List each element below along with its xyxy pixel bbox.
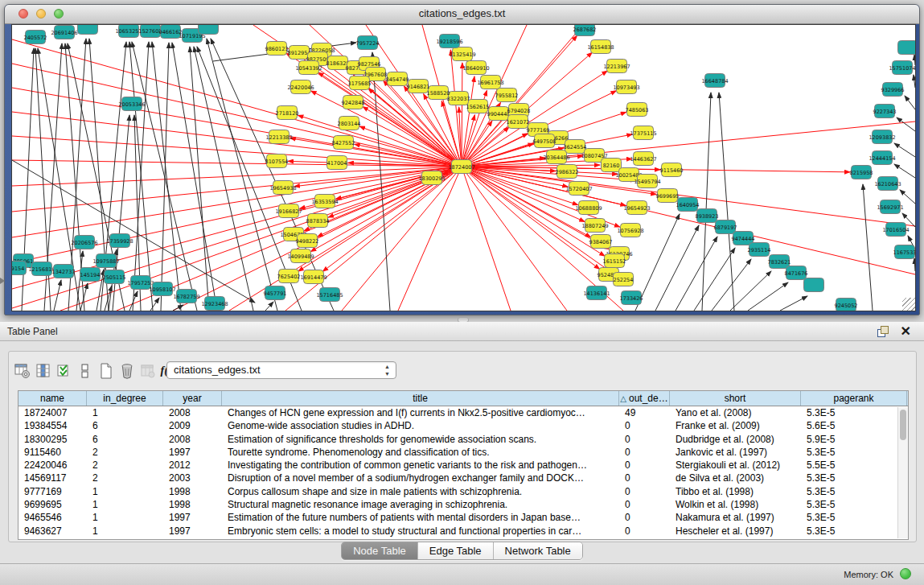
graph-node[interactable]: 20364486 — [543, 150, 569, 164]
graph-node[interactable]: 18724007 — [448, 160, 474, 174]
table-row[interactable]: 946554611997Estimation of the future num… — [18, 511, 908, 524]
graph-node[interactable]: 22420046 — [287, 80, 314, 94]
graph-node[interactable]: 17016504 — [882, 223, 909, 237]
graph-node[interactable]: 9146821 — [407, 80, 430, 93]
graph-node[interactable]: 15720407 — [565, 182, 592, 196]
graph-node[interactable]: 2405572 — [24, 31, 47, 44]
graph-node[interactable]: 9242848 — [342, 96, 365, 109]
graph-node[interactable]: 10688809 — [575, 201, 602, 215]
graph-node[interactable]: 19654923 — [623, 201, 650, 215]
graph-node[interactable]: 10756928 — [617, 224, 643, 237]
close-panel-icon[interactable]: ✕ — [901, 323, 911, 340]
graph-node[interactable]: 12213383 — [265, 130, 292, 144]
graph-node[interactable]: 10958107 — [149, 282, 175, 296]
graph-node[interactable]: 10973493 — [613, 80, 639, 94]
graph-node[interactable]: 15716485 — [316, 288, 343, 302]
graph-node[interactable]: 82160 — [602, 159, 622, 172]
table-row[interactable]: 2242004622012Investigating the contribut… — [18, 459, 908, 472]
graph-node[interactable]: 15495794 — [634, 175, 660, 188]
table-row[interactable]: 969969511998Structural magnetic resonanc… — [18, 498, 908, 511]
graph-node[interactable]: 9384067 — [589, 235, 613, 249]
graph-node[interactable]: 2718120 — [276, 106, 299, 120]
graph-node[interactable]: 3175685 — [348, 76, 372, 90]
graph-node[interactable]: 16961758 — [477, 76, 503, 89]
graph-node[interactable]: 1640954 — [676, 198, 700, 212]
graph-node[interactable]: 18807249 — [581, 219, 608, 233]
graph-node[interactable]: 1342737 — [52, 265, 76, 278]
vertical-scrollbar[interactable] — [897, 407, 908, 538]
graph-node[interactable]: 9115460 — [660, 163, 684, 177]
graph-node[interactable]: 2935114 — [748, 243, 771, 257]
graph-node[interactable]: 12093832 — [869, 130, 895, 144]
graph-node[interactable]: 9329966 — [881, 83, 905, 97]
graph-node[interactable]: 16648784 — [701, 74, 728, 88]
graph-node[interactable]: 12923468 — [201, 297, 228, 311]
column-header-pagerank[interactable]: pagerank — [801, 391, 907, 406]
graph-node[interactable]: 20691406 — [51, 26, 77, 39]
table-row[interactable]: 1830029562008Estimation of significance … — [18, 433, 908, 446]
graph-node[interactable]: 1167533 — [893, 245, 915, 259]
graph-node[interactable]: 14136141 — [583, 286, 610, 300]
graph-node[interactable]: 8938923 — [696, 209, 719, 223]
graph-node[interactable] — [78, 25, 98, 35]
graph-node[interactable]: 14099489 — [287, 249, 314, 263]
delete-column-icon[interactable] — [117, 361, 138, 381]
graph-node[interactable]: 1588520 — [427, 86, 450, 100]
graph-node[interactable]: 8322037 — [447, 92, 470, 105]
graph-node[interactable]: 9699695 — [656, 189, 680, 203]
column-header-name[interactable]: name — [18, 391, 87, 406]
graph-node[interactable]: 8427552 — [332, 136, 355, 150]
graph-node[interactable]: 16782759 — [173, 290, 199, 303]
graph-node[interactable]: 20206576 — [71, 236, 97, 249]
tab-node-table[interactable]: Node Table — [342, 542, 418, 559]
table-row[interactable]: 946362711997Embryonic stem cells: a mode… — [18, 525, 908, 538]
graph-node[interactable]: 2803144 — [338, 117, 361, 130]
graph-node[interactable] — [898, 41, 916, 55]
window-resize-grip[interactable] — [902, 298, 915, 311]
graph-node[interactable]: 12213967 — [603, 60, 630, 73]
graph-node[interactable]: 6879197 — [714, 220, 737, 234]
graph-node[interactable]: 8878334 — [306, 214, 330, 228]
graph-node[interactable]: 1615152 — [603, 254, 626, 268]
graph-node[interactable]: 417004 — [327, 156, 347, 170]
graph-node[interactable]: 17375115 — [630, 126, 656, 140]
float-panel-icon[interactable] — [877, 326, 889, 337]
graph-node[interactable]: 14463627 — [630, 152, 656, 166]
graph-node[interactable]: 39154 — [12, 262, 27, 275]
table-row[interactable]: 1456911722003Disruption of a novel membe… — [18, 472, 908, 484]
panel-collapse-arrow-icon[interactable] — [0, 278, 5, 284]
graph-node[interactable]: 9860123 — [265, 42, 289, 56]
graph-node[interactable]: 17359928 — [106, 234, 133, 248]
graph-node[interactable]: 19166827 — [275, 204, 302, 218]
graph-node[interactable]: 9498222 — [296, 234, 319, 248]
graph-node[interactable]: 9457791 — [264, 286, 287, 300]
graph-node[interactable]: 7485063 — [626, 103, 649, 117]
unselect-all-columns-icon[interactable] — [75, 361, 96, 381]
graph-node[interactable] — [199, 25, 219, 35]
graph-node[interactable]: 15692971 — [877, 200, 903, 214]
graph-node[interactable]: 8454749 — [386, 72, 409, 86]
graph-node[interactable]: 12444154 — [869, 151, 895, 165]
graph-node[interactable]: 18640910 — [462, 61, 489, 75]
graph-node[interactable]: 19218596 — [436, 35, 462, 48]
graph-node[interactable] — [804, 278, 824, 292]
graph-node[interactable]: 7957224 — [356, 36, 380, 50]
delete-table-icon[interactable] — [138, 361, 158, 381]
graph-node[interactable]: 2986322 — [556, 165, 579, 179]
graph-node[interactable]: 8471676 — [785, 266, 808, 280]
graph-node[interactable]: 252254 — [614, 273, 634, 286]
table-row[interactable]: 1872400712008Changes of HCN gene express… — [18, 406, 908, 419]
graph-node[interactable]: 16353594 — [311, 195, 338, 208]
graph-node[interactable]: 2505115 — [103, 270, 126, 284]
graph-node[interactable]: 16210643 — [874, 177, 901, 191]
graph-node[interactable]: 7955812 — [495, 89, 519, 102]
graph-node[interactable]: 10543392 — [295, 61, 322, 75]
column-header-out_de[interactable]: △out_de… — [619, 391, 670, 406]
graph-node[interactable]: 11325419 — [449, 47, 475, 61]
table-row[interactable]: 911546021997Tourette syndrome. Phenomeno… — [18, 446, 908, 459]
tab-edge-table[interactable]: Edge Table — [418, 542, 494, 559]
graph-node[interactable]: 19654938 — [269, 181, 296, 195]
scrollbar-thumb[interactable] — [900, 410, 906, 440]
graph-node[interactable]: 10975887 — [92, 254, 119, 268]
graph-node[interactable]: 145194 — [80, 268, 101, 282]
